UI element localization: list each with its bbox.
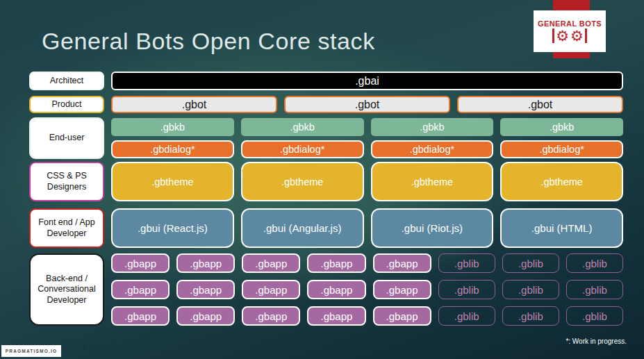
label-text: Product bbox=[51, 99, 81, 110]
gbapp-box: .gbapp bbox=[242, 280, 300, 299]
row-gbtheme: .gbtheme .gbtheme .gbtheme .gbtheme bbox=[111, 162, 623, 201]
row-backend-3: .gbapp .gbapp .gbapp .gbapp .gbapp .gbli… bbox=[111, 306, 623, 326]
row-gbai: .gbai bbox=[111, 72, 623, 90]
gbapp-box: .gbapp bbox=[373, 253, 431, 273]
gbui-riot-box: .gbui (Riot.js) bbox=[371, 208, 494, 248]
gblib-box: .gblib bbox=[502, 280, 559, 299]
gear-icon: ⚙ bbox=[570, 28, 584, 43]
work-in-progress-note: *: Work in progress. bbox=[565, 337, 627, 345]
gbtheme-box: .gbtheme bbox=[241, 162, 364, 201]
gblib-box: .gblib bbox=[438, 253, 495, 273]
row-gbot: .gbot .gbot .gbot bbox=[111, 96, 623, 113]
label-text: CSS & PS Designers bbox=[33, 171, 100, 192]
gbdialog-box: .gbdialog* bbox=[111, 140, 234, 158]
label-text: Architect bbox=[50, 76, 84, 87]
gbapp-box: .gbapp bbox=[307, 306, 365, 326]
gbui-angular-box: .gbui (Angular.js) bbox=[241, 208, 364, 248]
gbui-react-box: .gbui (React.js) bbox=[111, 208, 234, 248]
label-front-end-app-developer: Font end / App Developer bbox=[29, 208, 104, 248]
row-backend-1: .gbapp .gbapp .gbapp .gbapp .gbapp .gbli… bbox=[111, 253, 623, 273]
label-css-ps-designers: CSS & PS Designers bbox=[29, 162, 104, 201]
gbkb-box: .gbkb bbox=[371, 118, 494, 136]
gbapp-box: .gbapp bbox=[176, 306, 235, 326]
gbapp-box: .gbapp bbox=[242, 306, 300, 326]
gblib-box: .gblib bbox=[566, 280, 623, 299]
label-back-end-conversational-developer: Back-end / Conversational Developer bbox=[29, 253, 104, 326]
gblib-box: .gblib bbox=[502, 306, 559, 326]
label-text: Font end / App Developer bbox=[33, 217, 100, 239]
label-end-user: End-user bbox=[29, 117, 104, 159]
footer-caption: 2018Q4 - Corporate bbox=[65, 338, 195, 354]
gbapp-box: .gbapp bbox=[307, 280, 365, 299]
gbdialog-box: .gbdialog* bbox=[371, 140, 494, 158]
gbapp-box: .gbapp bbox=[307, 253, 365, 273]
gbot-box: .gbot bbox=[111, 96, 277, 113]
gblib-box: .gblib bbox=[566, 253, 623, 273]
gblib-box: .gblib bbox=[502, 253, 559, 273]
gbapp-box: .gbapp bbox=[242, 253, 300, 273]
gear-side-bar-icon bbox=[585, 28, 587, 43]
pragmatismo-logo: PRAGMATISMO.IO bbox=[1, 345, 61, 357]
gbkb-box: .gbkb bbox=[241, 118, 364, 136]
row-gbkb: .gbkb .gbkb .gbkb .gbkb bbox=[111, 118, 623, 136]
label-text: Back-end / Conversational Developer bbox=[33, 274, 100, 306]
gbkb-box: .gbkb bbox=[111, 118, 234, 136]
row-backend-2: .gbapp .gbapp .gbapp .gbapp .gbapp .gbli… bbox=[111, 280, 623, 299]
gbdialog-box: .gbdialog* bbox=[500, 140, 623, 158]
gbtheme-box: .gbtheme bbox=[500, 162, 623, 201]
gbapp-box: .gbapp bbox=[111, 253, 170, 273]
gbapp-box: .gbapp bbox=[111, 306, 170, 326]
pragmatismo-logo-text: PRAGMATISMO.IO bbox=[6, 349, 57, 353]
gblib-box: .gblib bbox=[438, 280, 495, 299]
label-architect: Architect bbox=[29, 72, 104, 90]
gbui-html-box: .gbui (HTML) bbox=[500, 208, 623, 248]
row-gbdialog: .gbdialog* .gbdialog* .gbdialog* .gbdial… bbox=[111, 140, 623, 158]
row-gbui: .gbui (React.js) .gbui (Angular.js) .gbu… bbox=[111, 208, 623, 248]
gbot-box: .gbot bbox=[457, 96, 623, 113]
page-title: General Bots Open Core stack bbox=[42, 28, 375, 55]
general-bots-logo: GENERAL BOTS ⚙ ⚙ bbox=[534, 10, 606, 52]
gbdialog-box: .gbdialog* bbox=[241, 140, 364, 158]
gbtheme-box: .gbtheme bbox=[371, 162, 494, 201]
label-product: Product bbox=[29, 96, 104, 113]
gbapp-box: .gbapp bbox=[176, 280, 235, 299]
slide: General Bots Open Core stack GENERAL BOT… bbox=[0, 0, 644, 359]
gbtheme-box: .gbtheme bbox=[111, 162, 234, 201]
gear-icon: ⚙ bbox=[556, 28, 569, 43]
gbapp-box: .gbapp bbox=[373, 306, 431, 326]
logo-wordmark: GENERAL BOTS bbox=[538, 19, 602, 28]
gbkb-box: .gbkb bbox=[500, 118, 623, 136]
gbapp-box: .gbapp bbox=[373, 280, 431, 299]
label-text: End-user bbox=[49, 133, 85, 144]
gblib-box: .gblib bbox=[566, 306, 623, 326]
gbapp-box: .gbapp bbox=[176, 253, 235, 273]
gbai-box: .gbai bbox=[111, 72, 623, 90]
gears-icon: ⚙ ⚙ bbox=[552, 28, 587, 43]
gblib-box: .gblib bbox=[438, 306, 495, 326]
gbot-box: .gbot bbox=[284, 96, 450, 113]
gbapp-box: .gbapp bbox=[111, 280, 170, 299]
gear-side-bar-icon bbox=[552, 28, 554, 43]
